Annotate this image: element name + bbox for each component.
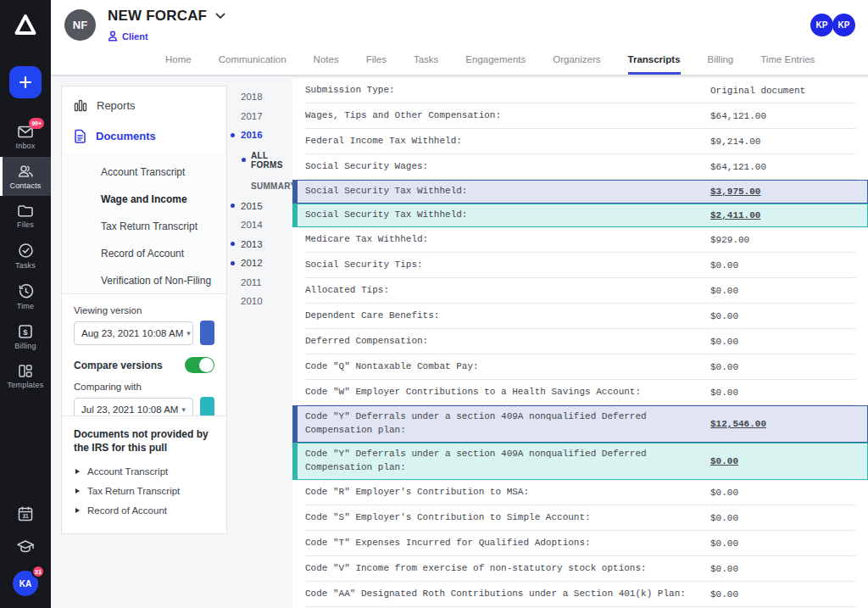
transcript-row: Federal Income Tax Withheld: $9,214.00 bbox=[292, 129, 868, 154]
toggle-knob bbox=[199, 358, 214, 372]
user-avatar[interactable]: KA 31 bbox=[13, 571, 38, 596]
doc-type-item[interactable]: Wage and Income bbox=[62, 186, 226, 213]
sidebar-item-tasks[interactable]: Tasks bbox=[0, 236, 51, 276]
transcript-row: Code "S" Employer's Contribution to Simp… bbox=[292, 505, 868, 531]
tab[interactable]: Engagements bbox=[465, 54, 526, 75]
sidebar-item-contacts[interactable]: Contacts bbox=[0, 157, 51, 196]
templates-layout-icon bbox=[18, 364, 33, 378]
tab[interactable]: Notes bbox=[314, 54, 339, 75]
documents-nav-card: Reports Documents Account TranscriptWage… bbox=[61, 86, 227, 305]
viewing-version-label: Viewing version bbox=[74, 305, 214, 315]
not-provided-label: Record of Account bbox=[87, 505, 167, 516]
transcript-row: Social Security Tax Withheld: $3,975.00 bbox=[292, 180, 868, 204]
year-item[interactable]: 2018 bbox=[229, 87, 292, 107]
tab[interactable]: Tasks bbox=[414, 54, 438, 75]
triangle-bullet-icon bbox=[75, 508, 80, 513]
triangle-bullet-icon bbox=[75, 488, 80, 494]
graduation-cap-icon[interactable] bbox=[16, 538, 35, 555]
year-item[interactable]: ALL FORMS bbox=[229, 145, 292, 176]
time-clock-icon bbox=[18, 283, 34, 299]
transcript-row: Code "R" Employer's Contribution to MSA:… bbox=[292, 480, 868, 505]
doc-type-item[interactable]: Tax Return Transcript bbox=[62, 213, 226, 240]
svg-text:$: $ bbox=[23, 327, 28, 337]
calendar-icon[interactable]: 31 bbox=[17, 505, 34, 522]
year-item[interactable]: 2017 bbox=[229, 107, 292, 126]
transcript-row-label: Wages, Tips and Other Compensation: bbox=[292, 105, 710, 127]
transcript-row-label: Code "Q" Nontaxable Combat Pay: bbox=[292, 356, 710, 378]
bar-chart-icon bbox=[74, 99, 87, 112]
sidebar-item-billing[interactable]: $ Billing bbox=[0, 317, 51, 356]
transcript-row-value: $0.00 bbox=[710, 560, 738, 578]
doc-type-item[interactable]: Verification of Non-Filing bbox=[62, 267, 226, 294]
caret-down-icon: ▾ bbox=[181, 405, 186, 414]
transcript-row-value: $0.00 bbox=[710, 483, 738, 502]
sidebar-item-time[interactable]: Time bbox=[0, 276, 51, 316]
doc-type-item[interactable]: Account Transcript bbox=[62, 159, 226, 186]
transcript-row: Social Security Tips: $0.00 bbox=[292, 253, 868, 278]
app-rail: 99+ Inbox Contacts Files Tasks Time $ Bi… bbox=[0, 0, 51, 608]
tab[interactable]: Home bbox=[165, 54, 192, 75]
client-type-tag: Client bbox=[108, 31, 148, 42]
transcript-row-label: Social Security Tips: bbox=[292, 254, 710, 276]
transcript-row-label: Code "V" Income from exercise of non-sta… bbox=[292, 558, 710, 580]
transcript-row: Medicare Tax Withheld: $929.00 bbox=[292, 227, 868, 253]
tab[interactable]: Transcripts bbox=[628, 54, 681, 75]
year-item[interactable]: 2010 bbox=[229, 292, 292, 311]
compare-versions-label: Compare versions bbox=[74, 360, 163, 371]
year-item[interactable]: 2013 bbox=[229, 235, 292, 254]
panel-nav-label: Reports bbox=[97, 99, 136, 112]
transcript-row-value: $3,975.00 bbox=[710, 182, 760, 201]
sidebar-item-inbox[interactable]: 99+ Inbox bbox=[0, 117, 51, 156]
year-item[interactable]: 2016 bbox=[229, 126, 292, 145]
content-area: Reports Documents Account TranscriptWage… bbox=[51, 75, 868, 608]
sidebar-item-files[interactable]: Files bbox=[0, 197, 51, 235]
tab[interactable]: Files bbox=[366, 54, 387, 75]
transcript-row-value: $0.00 bbox=[710, 282, 738, 300]
year-item[interactable]: 2012 bbox=[229, 254, 292, 273]
chevron-down-icon[interactable] bbox=[215, 13, 225, 20]
tab[interactable]: Organizers bbox=[553, 54, 600, 75]
contacts-people-icon bbox=[16, 164, 35, 179]
canopy-logo-icon[interactable] bbox=[14, 14, 37, 36]
year-item[interactable]: 2014 bbox=[229, 215, 292, 235]
year-item[interactable]: 2015 bbox=[229, 197, 292, 216]
client-avatar: NF bbox=[64, 9, 96, 41]
rail-bottom-group: 31 KA 31 bbox=[13, 505, 38, 596]
svg-text:31: 31 bbox=[22, 513, 29, 519]
team-avatar[interactable]: KP bbox=[810, 14, 833, 36]
transcript-row-value: $0.00 bbox=[710, 585, 738, 604]
team-avatars: KP KP bbox=[810, 14, 855, 36]
doc-type-list: Account TranscriptWage and IncomeTax Ret… bbox=[62, 152, 226, 304]
team-avatar[interactable]: KP bbox=[832, 14, 855, 36]
comparing-with-label: Comparing with bbox=[74, 382, 214, 392]
transcript-row: Code "W" Employer Contributions to a Hea… bbox=[292, 380, 868, 405]
transcript-row-value: $0.00 bbox=[710, 383, 738, 402]
compare-versions-toggle[interactable] bbox=[185, 357, 214, 373]
transcript-row-label: Deferred Compensation: bbox=[292, 331, 710, 353]
transcript-row-label: Code "Y" Deferrals under a section 409A … bbox=[298, 443, 710, 479]
comparing-with-value: Jul 23, 2021 10:08 AM bbox=[81, 404, 178, 415]
tab[interactable]: Time Entries bbox=[760, 54, 815, 75]
transcript-row-value: $0.00 bbox=[710, 452, 738, 471]
document-icon bbox=[74, 129, 86, 143]
transcript-row-value: $0.00 bbox=[710, 509, 738, 527]
panel-nav-reports[interactable]: Reports bbox=[62, 86, 226, 120]
year-item[interactable]: SUMMARY bbox=[229, 176, 292, 197]
add-new-button[interactable] bbox=[9, 66, 42, 98]
transcript-row-label: Federal Income Tax Withheld: bbox=[292, 131, 710, 153]
transcript-row-label: Code "S" Employer's Contribution to Simp… bbox=[292, 507, 710, 529]
tab[interactable]: Billing bbox=[708, 54, 734, 75]
year-item[interactable]: 2011 bbox=[229, 273, 292, 293]
triangle-bullet-icon bbox=[75, 469, 80, 474]
sidebar-item-templates[interactable]: Templates bbox=[0, 357, 51, 395]
sidebar-item-label: Inbox bbox=[15, 142, 35, 150]
transcript-row-value: $929.00 bbox=[710, 231, 749, 249]
panel-nav-documents[interactable]: Documents bbox=[62, 120, 226, 152]
transcript-detail: Submission Type: Original document Wages… bbox=[292, 76, 868, 608]
transcript-row-value: $12,546.00 bbox=[710, 415, 766, 433]
files-folder-icon bbox=[17, 204, 34, 218]
doc-type-item[interactable]: Record of Account bbox=[62, 240, 226, 267]
transcript-row-value: $0.00 bbox=[710, 534, 738, 553]
viewing-version-select[interactable]: Aug 23, 2021 10:08 AM ▾ bbox=[74, 321, 193, 345]
tab[interactable]: Communication bbox=[219, 54, 287, 75]
